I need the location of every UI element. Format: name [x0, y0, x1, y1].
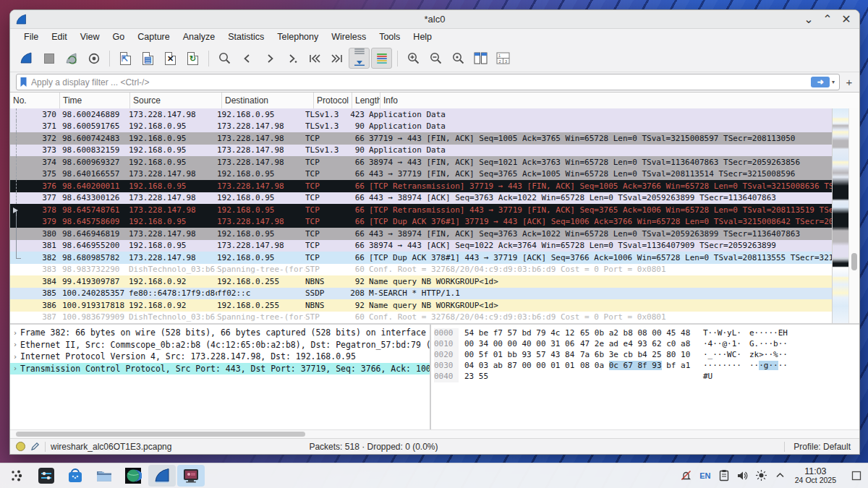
menu-statistics[interactable]: Statistics — [221, 30, 271, 43]
packet-row[interactable]: 37398.600832159192.168.0.95173.228.147.9… — [10, 145, 832, 157]
packet-row[interactable]: 38298.680985782173.228.147.98192.168.0.9… — [10, 252, 832, 264]
zoom-out-icon[interactable] — [425, 48, 446, 69]
capture-options-icon[interactable] — [83, 48, 104, 69]
zoom-in-icon[interactable] — [403, 48, 424, 69]
expander-icon[interactable]: › — [10, 341, 20, 348]
maximize-button[interactable]: ⌃ — [822, 14, 833, 25]
packet-row[interactable]: 37998.645758609192.168.0.95173.228.147.9… — [10, 216, 832, 228]
web-browser-icon[interactable] — [119, 465, 147, 487]
first-packet-icon[interactable] — [304, 48, 325, 69]
menu-go[interactable]: Go — [106, 30, 132, 43]
expander-icon[interactable]: › — [10, 364, 20, 372]
packet-row[interactable]: 37298.600742483192.168.0.95173.228.147.9… — [10, 132, 832, 145]
volume-icon[interactable] — [736, 468, 750, 483]
capture-comment-icon[interactable] — [30, 442, 40, 451]
hscroll-thumb[interactable] — [16, 432, 305, 437]
menu-edit[interactable]: Edit — [45, 30, 74, 43]
auto-scroll-icon[interactable] — [349, 48, 370, 69]
tray-expander-icon[interactable] — [773, 468, 788, 483]
go-back-icon[interactable] — [237, 48, 258, 69]
restart-capture-icon[interactable] — [61, 48, 82, 69]
packet-row[interactable]: 37898.645748761173.228.147.98192.168.0.9… — [10, 204, 832, 216]
apply-filter-button[interactable]: ➜ — [811, 77, 830, 87]
resize-columns-icon[interactable] — [470, 48, 491, 69]
column-header-source[interactable]: Source — [130, 93, 222, 108]
wireshark-task-icon[interactable] — [148, 465, 176, 487]
screen-capture-icon[interactable] — [177, 465, 205, 487]
hex-row[interactable]: 003004 03 ab 87 00 00 01 0108 0a 0c 67 8… — [434, 361, 859, 372]
go-to-packet-icon[interactable] — [281, 48, 302, 69]
go-forward-icon[interactable] — [259, 48, 280, 69]
menu-wireless[interactable]: Wireless — [325, 30, 373, 43]
menu-file[interactable]: File — [17, 30, 45, 43]
detail-line[interactable]: ›Internet Protocol Version 4, Src: 173.2… — [10, 351, 430, 363]
scrollbar-thumb[interactable] — [851, 253, 857, 270]
hex-row[interactable]: 002000 5f 01 bb 93 57 43 847a 6b 3e cb b… — [434, 350, 859, 361]
detail-line[interactable]: ›Ethernet II, Src: Commscope_0b:a2:b8 (4… — [10, 339, 430, 351]
intelligent-scrollbar-minimap[interactable] — [832, 108, 849, 323]
zoom-reset-icon[interactable] — [448, 48, 469, 69]
hex-row[interactable]: 000054 be f7 57 bd 79 4c 1265 0b a2 b8 0… — [434, 328, 859, 339]
packet-row[interactable]: 37598.640166557173.228.147.98192.168.0.9… — [10, 168, 832, 181]
column-header-protocol[interactable]: Protocol — [314, 93, 352, 108]
display-filter-input[interactable] — [28, 77, 811, 87]
close-button[interactable]: ✕ — [841, 14, 852, 25]
keyboard-layout-indicator[interactable]: EN — [698, 468, 712, 483]
colorize-icon[interactable] — [371, 48, 392, 69]
app-launcher-icon[interactable] — [4, 465, 31, 487]
packet-row[interactable]: 387100.983679909DishTechnolo_03:b6:…Span… — [10, 312, 832, 324]
packet-row[interactable]: 37098.600246889173.228.147.98192.168.0.9… — [10, 108, 832, 121]
find-packet-icon[interactable] — [214, 48, 235, 69]
expert-info-icon[interactable] — [16, 442, 25, 451]
hex-row[interactable]: 004023 55#U — [434, 372, 859, 382]
expander-icon[interactable]: › — [10, 353, 20, 361]
packet-row[interactable]: 37498.600969327192.168.0.95173.228.147.9… — [10, 156, 832, 168]
column-header-length[interactable]: Length — [352, 93, 380, 108]
packet-row[interactable]: 386100.919317818192.168.0.92192.168.0.25… — [10, 299, 832, 312]
packet-row[interactable]: 37698.640200011192.168.0.95173.228.147.9… — [10, 180, 832, 192]
start-capture-icon[interactable] — [16, 48, 37, 69]
column-header-no[interactable]: No. — [10, 93, 60, 108]
packet-row[interactable]: 38098.646946819173.228.147.98192.168.0.9… — [10, 228, 832, 240]
notifications-muted-icon[interactable] — [679, 468, 694, 483]
file-manager-icon[interactable] — [90, 465, 118, 487]
menu-analyze[interactable]: Analyze — [176, 30, 221, 43]
reload-file-icon[interactable]: ↻ — [182, 48, 203, 69]
menu-view[interactable]: View — [74, 30, 106, 43]
brightness-icon[interactable] — [754, 468, 769, 483]
titlebar[interactable]: *alc0 ⌄⌃✕ — [10, 10, 859, 29]
details-horizontal-scrollbar[interactable] — [10, 429, 859, 438]
filter-dropdown-caret[interactable]: ▾ — [830, 79, 837, 85]
profile-selector[interactable]: Profile: Default — [784, 442, 859, 452]
menu-telephony[interactable]: Telephony — [271, 30, 325, 43]
menu-capture[interactable]: Capture — [131, 30, 176, 43]
save-file-icon[interactable]: ▤ — [137, 48, 158, 69]
filter-bookmark-icon[interactable] — [19, 77, 28, 87]
open-file-icon[interactable]: ⇱ — [115, 48, 136, 69]
display-filter-box[interactable]: ➜ ▾ — [16, 74, 840, 90]
hex-row[interactable]: 001000 34 00 00 40 00 31 0647 2e ad e4 9… — [434, 339, 859, 350]
close-file-icon[interactable]: ✕ — [160, 48, 181, 69]
add-filter-button[interactable]: + — [843, 76, 855, 88]
layout-columns-icon[interactable]: 123 — [493, 48, 514, 69]
packet-list-scrollbar[interactable] — [848, 108, 859, 323]
column-header-destination[interactable]: Destination — [222, 93, 314, 108]
discover-icon[interactable] — [61, 465, 89, 487]
minimize-button[interactable]: ⌄ — [803, 14, 814, 25]
clipboard-icon[interactable] — [717, 468, 731, 483]
packet-row[interactable]: 385100.240285357fe80::6478:17f9:d8c…ff02… — [10, 288, 832, 300]
menu-help[interactable]: Help — [407, 30, 438, 43]
stop-capture-icon[interactable] — [38, 48, 59, 69]
packet-row[interactable]: 38499.419309787192.168.0.92192.168.0.255… — [10, 275, 832, 288]
packet-row[interactable]: 37798.643300126173.228.147.98192.168.0.9… — [10, 192, 832, 205]
last-packet-icon[interactable] — [326, 48, 347, 69]
menu-tools[interactable]: Tools — [373, 30, 407, 43]
packet-row[interactable]: 38398.983732290DishTechnolo_03:b6:…Spann… — [10, 264, 832, 276]
expander-icon[interactable]: › — [10, 329, 20, 337]
show-desktop-button[interactable] — [849, 468, 864, 483]
packet-row[interactable]: 37198.600591765192.168.0.95173.228.147.9… — [10, 121, 832, 133]
system-settings-icon[interactable] — [33, 465, 60, 487]
packet-row[interactable]: 38198.646955200192.168.0.95173.228.147.9… — [10, 240, 832, 252]
detail-line[interactable]: ›Frame 382: 66 bytes on wire (528 bits),… — [10, 327, 430, 339]
detail-line[interactable]: ›Transmission Control Protocol, Src Port… — [10, 363, 430, 375]
